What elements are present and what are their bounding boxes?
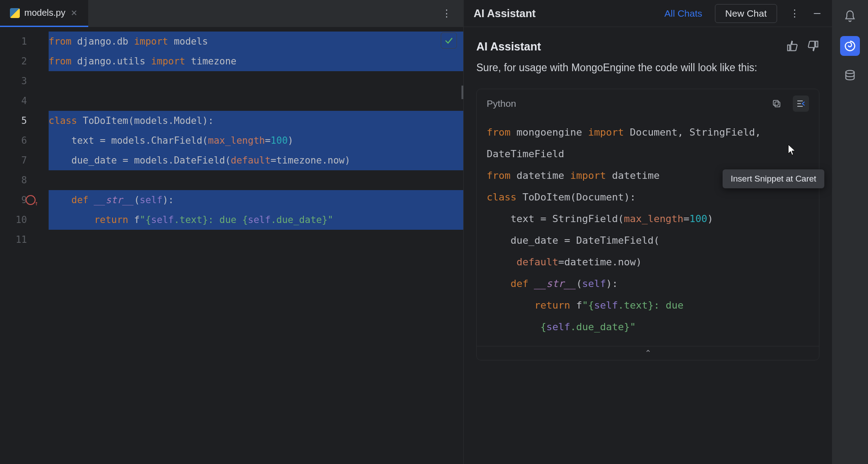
- line-gutter: 1234567891011: [0, 27, 36, 464]
- expand-snippet-icon[interactable]: ⌃: [477, 346, 819, 360]
- copy-snippet-button[interactable]: [769, 96, 785, 112]
- insert-snippet-button[interactable]: [793, 96, 809, 112]
- database-icon[interactable]: [840, 66, 860, 86]
- tab-bar: models.py ✕ ⋮: [0, 0, 463, 27]
- editor-more-icon[interactable]: ⋮: [442, 8, 452, 19]
- close-tab-icon[interactable]: ✕: [70, 8, 78, 18]
- thumbs-up-icon[interactable]: [786, 40, 799, 54]
- ai-spiral-icon[interactable]: [840, 36, 860, 56]
- minimap-mark: [459, 86, 463, 99]
- ai-header: AI Assistant All Chats New Chat ⋮: [464, 0, 832, 27]
- notifications-icon[interactable]: [840, 6, 860, 26]
- status-check-icon[interactable]: [441, 32, 457, 49]
- minimize-icon[interactable]: [812, 9, 822, 18]
- snippet-code[interactable]: from mongoengine import Document, String…: [477, 118, 819, 346]
- snippet-language: Python: [487, 98, 516, 109]
- tool-strip: [832, 0, 868, 464]
- tooltip: Insert Snippet at Caret: [723, 169, 824, 188]
- ai-panel-title: AI Assistant: [474, 7, 536, 20]
- code-area[interactable]: from django.db import modelsfrom django.…: [36, 27, 463, 464]
- svg-point-6: [846, 70, 854, 73]
- new-chat-button[interactable]: New Chat: [715, 4, 777, 23]
- editor-pane: models.py ✕ ⋮ 1234567891011 from django.…: [0, 0, 464, 464]
- all-chats-link[interactable]: All Chats: [665, 8, 702, 19]
- svg-rect-2: [773, 100, 778, 105]
- ai-more-icon[interactable]: ⋮: [790, 8, 800, 19]
- svg-rect-1: [775, 102, 780, 107]
- code-snippet: Python from mongoengine import Document,…: [476, 89, 819, 360]
- message-body: Sure, for usage with MongoEngine the cod…: [476, 60, 819, 76]
- thumbs-down-icon[interactable]: [807, 40, 819, 54]
- python-icon: [10, 8, 20, 18]
- message-author: AI Assistant: [476, 40, 541, 53]
- ai-assistant-panel: AI Assistant All Chats New Chat ⋮ AI Ass…: [464, 0, 832, 464]
- file-tab[interactable]: models.py ✕: [0, 0, 88, 27]
- tab-filename: models.py: [24, 8, 65, 18]
